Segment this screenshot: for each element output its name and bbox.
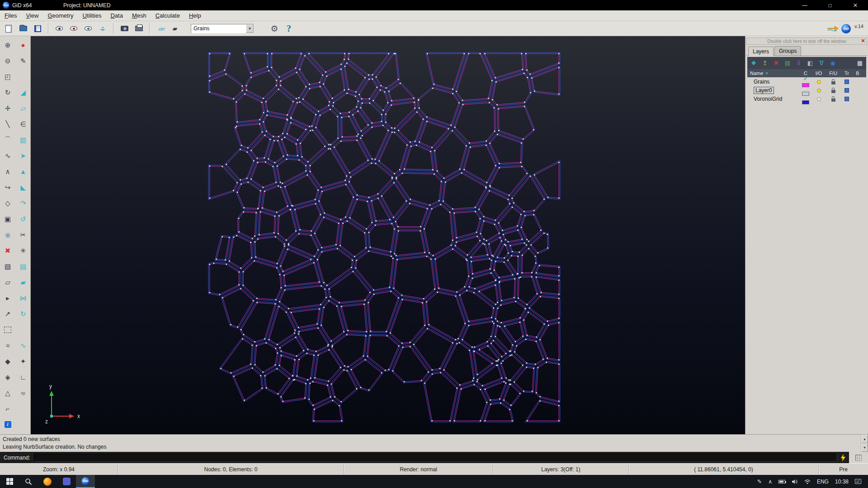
selection-box-icon[interactable] [0, 322, 15, 338]
menu-item[interactable]: Help [184, 11, 206, 20]
layer-color-swatch[interactable] [802, 100, 809, 104]
maximize-button[interactable]: □ [817, 0, 843, 10]
snapshot-icon[interactable] [118, 23, 130, 34]
new-project-icon[interactable] [3, 23, 14, 34]
pen-icon[interactable]: ✎ [755, 475, 764, 488]
layer-dropdown[interactable]: Grains ▼ [191, 24, 254, 33]
layer-lock-icon[interactable] [831, 79, 836, 84]
sphere-tool-icon[interactable]: ◉ [0, 227, 15, 243]
print-icon[interactable] [133, 23, 145, 34]
layer-lock-icon[interactable] [831, 88, 836, 93]
diamond-tool-icon[interactable]: ◇ [0, 195, 15, 211]
filter-icon[interactable]: ∇ [816, 58, 827, 68]
grid-tool-icon[interactable]: ◈ [0, 369, 15, 385]
col-b[interactable]: B [853, 70, 862, 76]
send-to-layer-icon[interactable]: ⇩ [793, 58, 804, 68]
delete-layer-icon[interactable]: ✖ [771, 58, 782, 68]
redraw-eye-icon[interactable] [53, 23, 65, 34]
sort-icon[interactable]: ▼ [765, 71, 769, 75]
sweep-tool-icon[interactable]: ↷ [15, 195, 31, 211]
battery-icon[interactable] [776, 475, 788, 488]
shear-tool-icon[interactable]: ▱ [0, 274, 15, 290]
menu-item[interactable]: Utilities [78, 11, 106, 20]
jag-tool-icon[interactable]: ∿ [15, 338, 31, 353]
layer-row[interactable]: VoronoiGrid ✓ [747, 94, 866, 103]
col-tr[interactable]: Tr [840, 70, 853, 76]
preferences-gear-icon[interactable]: ⚙ [269, 23, 280, 34]
open-project-icon[interactable] [17, 23, 29, 34]
menu-item[interactable]: Files [0, 11, 21, 20]
stack-tool-icon[interactable]: ▤ [15, 258, 31, 274]
wave-tool-icon[interactable]: ≈ [0, 338, 15, 353]
curve-tool-icon[interactable]: ↪ [0, 179, 15, 195]
hatch-box-icon[interactable]: ▧ [0, 258, 15, 274]
notification-icon[interactable] [852, 475, 864, 488]
mirror-tool-icon[interactable]: ⋈ [15, 290, 31, 306]
skew-tool-icon[interactable]: ▰ [15, 274, 31, 290]
col-fu[interactable]: F/U [826, 70, 840, 76]
col-io[interactable]: I/O [811, 70, 826, 76]
clock[interactable]: 10:38 [832, 475, 851, 488]
move-tool-icon[interactable]: ↗ [0, 306, 15, 322]
zoom-in-icon[interactable]: ⊕ [0, 37, 15, 53]
layer-transparency-icon[interactable] [844, 97, 849, 101]
scroll-up-icon[interactable]: ▲ [861, 435, 868, 443]
fast-command-icon[interactable] [837, 454, 849, 461]
zoom-out-icon[interactable]: ⊖ [0, 53, 15, 69]
app-icon[interactable] [57, 475, 76, 488]
triangle-tool-icon[interactable]: ▲ [15, 164, 31, 179]
scroll-down-icon[interactable]: ▼ [861, 443, 868, 452]
sparkle-tool-icon[interactable]: ✦ [15, 353, 31, 369]
new-layer-icon[interactable]: ❖ [748, 58, 759, 68]
plane-view-icon[interactable]: ▰ [169, 23, 181, 34]
tray-caret-icon[interactable]: ∧ [765, 475, 775, 488]
spline-tool-icon[interactable]: ∿ [0, 148, 15, 164]
language-indicator[interactable]: ENG [814, 475, 831, 488]
panel-tab[interactable]: Groups [774, 46, 801, 56]
arrowhead-tool-icon[interactable]: ▸ [0, 290, 15, 306]
render-eye-icon[interactable] [68, 23, 80, 34]
menu-item[interactable]: Calculate [151, 11, 184, 20]
menu-item[interactable]: Geometry [43, 11, 78, 20]
pencil-tool-icon[interactable]: ✎ [15, 53, 31, 69]
corner-tool-icon[interactable]: ◣ [15, 179, 31, 195]
layer-transparency-icon[interactable] [844, 80, 849, 84]
layer-visibility-bulb-icon[interactable] [817, 97, 821, 101]
copy-tool-icon[interactable]: ▥ [15, 132, 31, 148]
firefox-icon[interactable] [38, 475, 57, 488]
layer-to-top-icon[interactable]: ↥ [760, 58, 770, 68]
label-tool-icon[interactable]: △ [0, 385, 15, 401]
menu-item[interactable]: View [21, 11, 43, 20]
rotate-view-icon[interactable]: ↻ [0, 84, 15, 100]
gid-taskbar-icon[interactable]: GiD [76, 475, 95, 488]
zoom-all-icon[interactable]: ↔↕ [97, 23, 108, 34]
line-tool-icon[interactable]: ╲ [0, 116, 15, 132]
panel-close-icon[interactable]: ✕ [860, 38, 866, 44]
command-input[interactable] [34, 454, 837, 462]
transparency-icon[interactable]: ◧ [805, 58, 816, 68]
minimize-button[interactable]: — [792, 0, 817, 10]
network-icon[interactable] [802, 475, 813, 488]
layer-transparency-icon[interactable] [844, 88, 849, 93]
layer-table-icon[interactable]: ▦ [854, 58, 865, 68]
paint-tool-icon[interactable]: ◆ [0, 353, 15, 369]
arc-tool-icon[interactable]: ⌒ [0, 132, 15, 148]
voronoi-grain-canvas[interactable] [31, 36, 745, 434]
panel-tab[interactable]: Layers [748, 47, 774, 56]
tearoff-bar[interactable]: Double click here to tear off the window… [746, 38, 867, 45]
layer-check-icon[interactable]: ✓ [802, 75, 809, 82]
select-arrow-icon[interactable]: ➤ [15, 148, 31, 164]
menu-item[interactable]: Mesh [127, 11, 151, 20]
layer-visibility-bulb-icon[interactable] [817, 89, 821, 93]
pan-view-icon[interactable]: ✛ [0, 100, 15, 116]
polyline-tool-icon[interactable]: ∧ [0, 164, 15, 179]
xy-tool-icon[interactable]: xy [15, 385, 31, 401]
viewport[interactable]: y x z [31, 36, 745, 434]
layer-info-icon[interactable]: ◉ [827, 58, 838, 68]
grid-toggle-button[interactable] [849, 452, 868, 463]
plane-tool-icon[interactable]: ▱ [15, 100, 31, 116]
corner-l-icon[interactable]: ⌐ [0, 401, 15, 417]
start-icon[interactable] [0, 475, 19, 488]
revolve-tool-icon[interactable]: ↺ [15, 211, 31, 227]
scissors-tool-icon[interactable]: ✂ [15, 227, 31, 243]
